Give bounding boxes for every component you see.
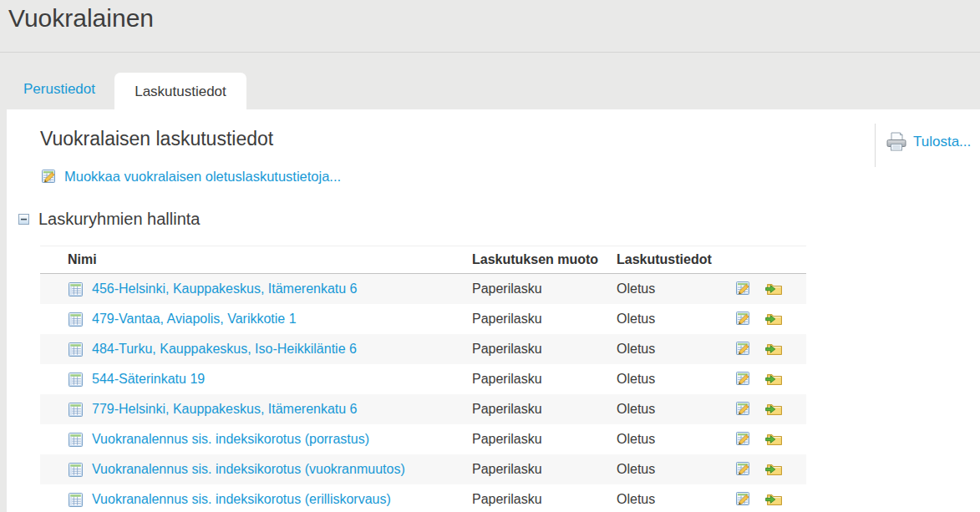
open-folder-icon bbox=[765, 433, 782, 446]
edit-row-button[interactable] bbox=[736, 462, 751, 477]
edit-icon[interactable] bbox=[42, 170, 57, 185]
list-icon bbox=[69, 463, 83, 477]
open-row-button[interactable] bbox=[765, 463, 782, 476]
edit-row-icon bbox=[736, 492, 751, 507]
header-divider bbox=[0, 52, 980, 53]
edit-row-button[interactable] bbox=[736, 492, 751, 507]
name-cell: Vuokranalennus sis. indeksikorotus (porr… bbox=[40, 432, 472, 447]
row-name-link[interactable]: 544-Säterinkatu 19 bbox=[92, 372, 205, 387]
edit-row-button[interactable] bbox=[736, 312, 751, 327]
section-title: Vuokralaisen laskutustiedot bbox=[40, 128, 273, 150]
name-cell: 544-Säterinkatu 19 bbox=[40, 372, 472, 387]
name-cell: 456-Helsinki, Kauppakeskus, Itämerenkatu… bbox=[40, 281, 472, 297]
row-name-link[interactable]: Vuokranalennus sis. indeksikorotus (eril… bbox=[92, 492, 391, 507]
group-title: Laskuryhmien hallinta bbox=[38, 210, 200, 229]
edit-row-button[interactable] bbox=[736, 432, 751, 447]
column-header-name: Nimi bbox=[40, 252, 472, 267]
row-name-link[interactable]: 456-Helsinki, Kauppakeskus, Itämerenkatu… bbox=[92, 281, 358, 297]
open-folder-icon bbox=[765, 312, 782, 326]
tab-laskutustiedot-label: Laskutustiedot bbox=[135, 84, 226, 100]
billing-info-cell: Oletus bbox=[617, 402, 696, 417]
billing-info-cell: Oletus bbox=[617, 312, 696, 327]
open-folder-icon bbox=[765, 282, 782, 296]
edit-row-icon bbox=[736, 312, 751, 327]
table-row: 544-Säterinkatu 19 Paperilasku Oletus bbox=[40, 364, 806, 394]
name-cell: 779-Helsinki, Kauppakeskus, Itämerenkatu… bbox=[40, 402, 472, 417]
billing-format-cell: Paperilasku bbox=[472, 492, 617, 507]
billing-format-cell: Paperilasku bbox=[472, 372, 617, 387]
row-actions bbox=[696, 372, 782, 387]
printer-icon[interactable] bbox=[886, 131, 907, 153]
edit-row-icon bbox=[736, 372, 751, 387]
billing-format-cell: Paperilasku bbox=[472, 281, 617, 297]
open-folder-icon bbox=[765, 373, 782, 386]
open-folder-icon bbox=[765, 403, 782, 416]
print-link[interactable]: Tulosta... bbox=[886, 131, 971, 153]
list-icon bbox=[69, 282, 83, 297]
open-folder-icon bbox=[765, 493, 782, 506]
edit-row-icon bbox=[736, 281, 751, 297]
open-row-button[interactable] bbox=[765, 312, 782, 326]
table-row: 779-Helsinki, Kauppakeskus, Itämerenkatu… bbox=[40, 394, 806, 424]
tab-perustiedot[interactable]: Perustiedot bbox=[23, 81, 95, 98]
billing-info-cell: Oletus bbox=[617, 372, 696, 387]
billing-info-cell: Oletus bbox=[617, 432, 696, 447]
list-icon bbox=[69, 433, 83, 447]
page-title: Vuokralainen bbox=[8, 4, 154, 33]
list-icon bbox=[69, 342, 83, 357]
billing-format-cell: Paperilasku bbox=[472, 402, 617, 417]
list-icon bbox=[69, 312, 83, 327]
billing-format-cell: Paperilasku bbox=[472, 342, 617, 357]
edit-row-icon bbox=[736, 342, 751, 357]
edit-row-button[interactable] bbox=[736, 342, 751, 357]
edit-row-icon bbox=[736, 462, 751, 477]
row-actions bbox=[696, 402, 782, 417]
list-icon bbox=[69, 493, 83, 507]
row-actions bbox=[696, 462, 782, 477]
billing-panel: Vuokralaisen laskutustiedot Tulosta... M… bbox=[7, 109, 980, 512]
table-row: Vuokranalennus sis. indeksikorotus (vuok… bbox=[40, 454, 806, 484]
list-icon bbox=[69, 403, 83, 417]
row-name-link[interactable]: 484-Turku, Kauppakeskus, Iso-Heikkilänti… bbox=[92, 342, 357, 357]
row-name-link[interactable]: 779-Helsinki, Kauppakeskus, Itämerenkatu… bbox=[92, 402, 358, 417]
row-actions bbox=[696, 281, 782, 297]
edit-row-icon bbox=[736, 432, 751, 447]
open-row-button[interactable] bbox=[765, 433, 782, 446]
collapse-minus-icon[interactable] bbox=[18, 214, 29, 225]
billing-info-cell: Oletus bbox=[617, 462, 696, 477]
name-cell: 484-Turku, Kauppakeskus, Iso-Heikkilänti… bbox=[40, 342, 472, 357]
edit-row-button[interactable] bbox=[736, 281, 751, 297]
open-row-button[interactable] bbox=[765, 493, 782, 506]
open-row-button[interactable] bbox=[765, 403, 782, 416]
open-row-button[interactable] bbox=[765, 282, 782, 296]
table-row: Vuokranalennus sis. indeksikorotus (eril… bbox=[40, 484, 806, 512]
row-actions bbox=[696, 432, 782, 447]
edit-row-button[interactable] bbox=[736, 402, 751, 417]
billing-format-cell: Paperilasku bbox=[472, 462, 617, 477]
billing-format-cell: Paperilasku bbox=[472, 312, 617, 327]
row-actions bbox=[696, 312, 782, 327]
row-name-link[interactable]: 479-Vantaa, Aviapolis, Varikkotie 1 bbox=[92, 312, 297, 327]
edit-row-button[interactable] bbox=[736, 372, 751, 387]
open-folder-icon bbox=[765, 463, 782, 476]
name-cell: 479-Vantaa, Aviapolis, Varikkotie 1 bbox=[40, 312, 472, 327]
open-folder-icon bbox=[765, 342, 782, 356]
name-cell: Vuokranalennus sis. indeksikorotus (eril… bbox=[40, 492, 472, 507]
open-row-button[interactable] bbox=[765, 342, 782, 356]
table-row: Vuokranalennus sis. indeksikorotus (porr… bbox=[40, 424, 806, 454]
open-row-button[interactable] bbox=[765, 373, 782, 386]
tab-laskutustiedot[interactable]: Laskutustiedot bbox=[114, 73, 246, 110]
table-header-row: Nimi Laskutuksen muoto Laskutustiedot bbox=[40, 246, 806, 274]
invoice-groups-table: Nimi Laskutuksen muoto Laskutustiedot 45… bbox=[40, 246, 806, 512]
name-cell: Vuokranalennus sis. indeksikorotus (vuok… bbox=[40, 462, 472, 477]
row-name-link[interactable]: Vuokranalennus sis. indeksikorotus (vuok… bbox=[92, 462, 405, 477]
print-divider bbox=[875, 124, 876, 167]
row-actions bbox=[696, 342, 782, 357]
billing-format-cell: Paperilasku bbox=[472, 432, 617, 447]
edit-row-icon bbox=[736, 402, 751, 417]
edit-defaults-link[interactable]: Muokkaa vuokralaisen oletuslaskutustieto… bbox=[42, 169, 341, 185]
column-header-billing-format: Laskutuksen muoto bbox=[472, 252, 617, 267]
table-row: 479-Vantaa, Aviapolis, Varikkotie 1 Pape… bbox=[40, 304, 806, 334]
row-name-link[interactable]: Vuokranalennus sis. indeksikorotus (porr… bbox=[92, 432, 369, 447]
table-row: 484-Turku, Kauppakeskus, Iso-Heikkilänti… bbox=[40, 334, 806, 364]
